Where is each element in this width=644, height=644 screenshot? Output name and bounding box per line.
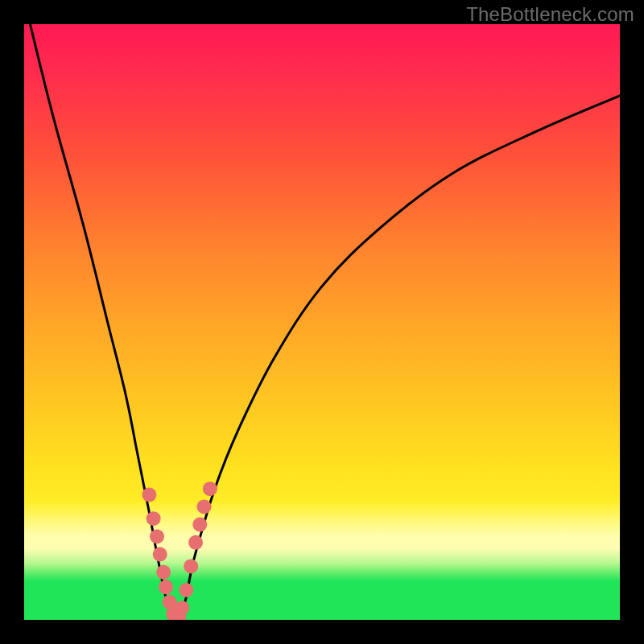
marker-dot	[159, 580, 173, 594]
chart-frame: TheBottleneck.com	[0, 0, 644, 644]
marker-dot	[147, 511, 161, 526]
marker-dot	[184, 559, 198, 573]
plot-area	[24, 24, 620, 620]
marker-dot	[188, 535, 203, 550]
curve-layer	[24, 24, 620, 620]
marker-dot	[197, 499, 212, 514]
marker-dot	[156, 565, 171, 580]
highlighted-points	[142, 481, 217, 620]
marker-dot	[175, 601, 189, 615]
watermark-text: TheBottleneck.com	[466, 3, 634, 26]
marker-dot	[203, 481, 217, 496]
marker-dot	[153, 547, 167, 562]
marker-dot	[142, 488, 156, 502]
marker-dot	[150, 529, 164, 543]
bottleneck-curve	[30, 24, 620, 620]
marker-dot	[179, 583, 193, 597]
marker-dot	[192, 518, 207, 532]
